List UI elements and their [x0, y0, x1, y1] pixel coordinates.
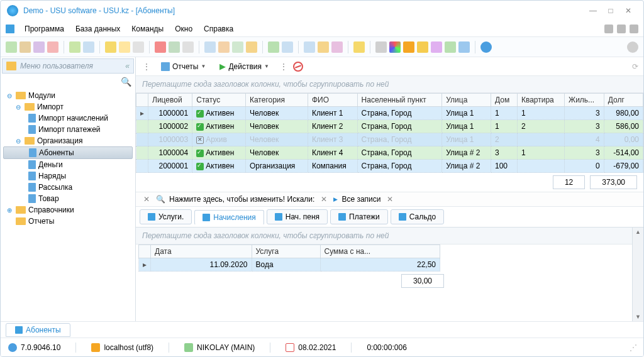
excel-icon[interactable]	[268, 41, 279, 53]
actions-dropdown[interactable]: ▶ Действия▼	[214, 60, 274, 72]
search-icon[interactable]: 🔍	[121, 77, 131, 87]
expander-icon[interactable]: ⊖	[14, 104, 22, 111]
col-debt[interactable]: Долг	[604, 94, 643, 107]
tree-refs[interactable]: ⊕ Справочники	[3, 204, 133, 216]
filter-all[interactable]: Все записи	[341, 195, 380, 204]
row-selector-icon[interactable]	[136, 120, 148, 133]
tools-icon[interactable]	[331, 41, 343, 53]
menu-program[interactable]: Программа	[19, 23, 69, 35]
folder-icon[interactable]	[246, 41, 257, 53]
expander-icon[interactable]: ⊖	[14, 138, 22, 145]
columns-icon[interactable]	[133, 41, 144, 53]
open-folder-icon[interactable]	[318, 41, 329, 53]
tree-mailing[interactable]: Рассылка	[3, 182, 133, 193]
handle-icon[interactable]: ⋮	[141, 62, 152, 71]
user-icon[interactable]	[431, 41, 442, 53]
gear-icon[interactable]	[375, 41, 387, 53]
row-selector-icon[interactable]	[136, 160, 148, 173]
tab-balance[interactable]: Сальдо	[391, 209, 444, 224]
copy-record-icon[interactable]	[19, 41, 31, 53]
filter-text[interactable]: Нажмите здесь, чтобы изменить! Искали:	[169, 195, 314, 204]
sub-col-sum[interactable]: Сумма с на...	[320, 245, 440, 258]
tree-goods[interactable]: Товар	[3, 193, 133, 204]
table-row[interactable]: 2000001АктивенОрганизацияКомпанияСтрана,…	[136, 160, 643, 173]
expander-icon[interactable]: ⊕	[6, 207, 13, 214]
col-fio[interactable]: ФИО	[308, 94, 357, 107]
note-icon[interactable]	[182, 41, 194, 53]
maximize-button[interactable]: □	[602, 4, 619, 17]
table-row[interactable]: ▸1000001АктивенЧеловекКлиент 1Страна, Го…	[136, 107, 643, 120]
wand-icon[interactable]	[458, 41, 470, 53]
sort-icon[interactable]	[119, 41, 130, 53]
import-icon[interactable]	[282, 41, 293, 53]
scroll-down-icon[interactable]: ▼	[635, 314, 641, 320]
col-status[interactable]: Статус	[192, 94, 246, 107]
col-city[interactable]: Населенный пункт	[357, 94, 442, 107]
sync-icon[interactable]	[627, 41, 638, 53]
tree-reports[interactable]: · Отчеты	[3, 216, 133, 227]
tab-payments[interactable]: Платежи	[330, 209, 388, 224]
tree-import-nach[interactable]: Импорт начислений	[3, 113, 133, 124]
color-icon[interactable]	[389, 41, 401, 53]
col-category[interactable]: Категория	[245, 94, 308, 107]
image-icon[interactable]	[169, 41, 180, 53]
col-account[interactable]: Лицевой	[148, 94, 192, 107]
sidebar-collapse-icon[interactable]: «	[125, 62, 130, 70]
pin-icon[interactable]	[353, 41, 365, 53]
search-icon[interactable]	[83, 41, 94, 53]
col-people[interactable]: Жиль...	[565, 94, 604, 107]
col-street[interactable]: Улица	[442, 94, 491, 107]
delete-record-icon[interactable]	[47, 41, 58, 53]
row-selector-icon[interactable]: ▸	[136, 107, 148, 120]
row-selector-icon[interactable]	[136, 133, 148, 146]
tree-money[interactable]: Деньги	[3, 159, 133, 170]
clear-search-icon[interactable]: ✕	[318, 195, 330, 204]
users-icon[interactable]	[445, 41, 456, 53]
subgrid-group-bar[interactable]: Перетащите сюда заголовок колонки, чтобы…	[136, 228, 632, 244]
window-icon[interactable]	[204, 41, 216, 53]
sub-col-date[interactable]: Дата	[151, 245, 252, 258]
col-flat[interactable]: Квартира	[517, 94, 564, 107]
vertical-scrollbar[interactable]: ▲ ▼	[632, 228, 643, 321]
chart-icon[interactable]	[304, 41, 315, 53]
menu-window[interactable]: Окно	[170, 23, 197, 35]
tree-import[interactable]: ⊖ Импорт	[3, 101, 133, 113]
row-selector-icon[interactable]: ▸	[139, 258, 151, 272]
minimize-button[interactable]: —	[584, 4, 602, 17]
row-selector-icon[interactable]	[136, 146, 148, 160]
col-house[interactable]: Дом	[491, 94, 517, 107]
sub-col-service[interactable]: Услуга	[252, 245, 320, 258]
group-by-bar[interactable]: Перетащите сюда заголовок колонки, чтобы…	[136, 76, 643, 93]
mdi-minimize-icon[interactable]	[604, 25, 613, 33]
table-row[interactable]: 1000003АрхивЧеловекКлиент 3Страна, Город…	[136, 133, 643, 146]
form-icon[interactable]	[218, 41, 230, 53]
tab-charges[interactable]: Начисления	[194, 210, 264, 225]
clear-all-icon[interactable]: ✕	[384, 195, 396, 204]
menu-database[interactable]: База данных	[70, 23, 125, 35]
tree-import-plat[interactable]: Импорт платежей	[3, 124, 133, 135]
menu-commands[interactable]: Команды	[126, 23, 169, 35]
refresh-icon[interactable]	[69, 41, 80, 53]
tab-services[interactable]: Услуги.	[140, 209, 192, 224]
bottom-tab-abonents[interactable]: Абоненты	[6, 323, 70, 337]
tab-penalty[interactable]: Нач. пеня	[267, 209, 328, 224]
detail-row[interactable]: ▸ 11.09.2020 Вода 22,50	[139, 258, 440, 272]
tree-modules[interactable]: ⊖ Модули	[3, 90, 133, 101]
sidebar-search[interactable]: 🔍	[1, 75, 135, 89]
rss-icon[interactable]	[403, 41, 414, 53]
add-icon[interactable]	[232, 41, 243, 53]
new-record-icon[interactable]	[6, 41, 17, 53]
tree-abonents[interactable]: Абоненты	[3, 146, 133, 159]
table-row[interactable]: 1000004АктивенЧеловекКлиент 4Страна, Гор…	[136, 146, 643, 160]
reports-dropdown[interactable]: Отчеты▼	[156, 61, 211, 72]
handle-icon[interactable]: ⋮	[278, 62, 289, 71]
close-button[interactable]: ✕	[619, 4, 637, 17]
clear-filter-icon[interactable]: ✕	[141, 195, 152, 204]
expander-icon[interactable]: ⊖	[6, 92, 13, 99]
info-icon[interactable]	[480, 41, 492, 53]
tree-org[interactable]: ⊖ Организация	[3, 135, 133, 146]
table-row[interactable]: 1000002АктивенЧеловекКлиент 2Страна, Гор…	[136, 120, 643, 133]
edit-record-icon[interactable]	[33, 41, 45, 53]
tree-orders[interactable]: Наряды	[3, 170, 133, 182]
mdi-restore-icon[interactable]	[617, 25, 626, 33]
